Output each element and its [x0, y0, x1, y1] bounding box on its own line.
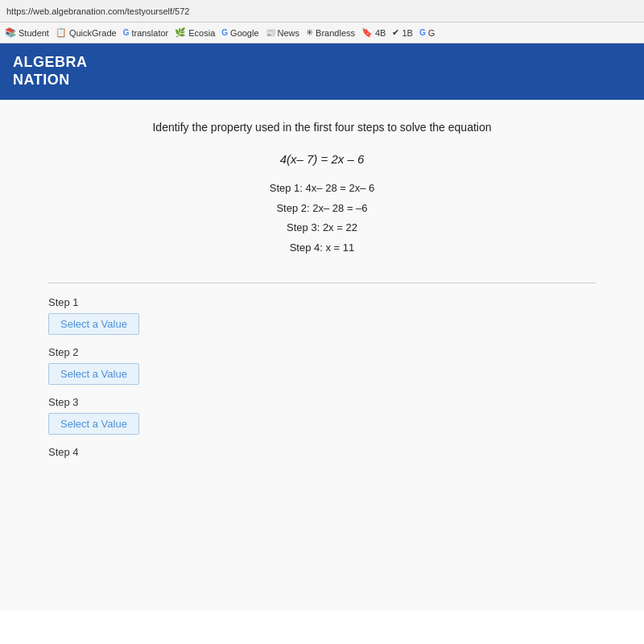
news-icon: 📰: [266, 28, 275, 37]
bookmark-news[interactable]: 📰 News: [266, 28, 300, 38]
steps-display: Step 1: 4x– 28 = 2x– 6 Step 2: 2x– 28 = …: [48, 179, 596, 258]
step-4-label: Step 4: [48, 446, 596, 458]
bookmark-translator[interactable]: G translator: [123, 28, 169, 38]
equation-display: 4(x– 7) = 2x – 6: [48, 152, 596, 166]
question-instruction: Identify the property used in the first …: [48, 119, 596, 136]
main-content: Identify the property used in the first …: [0, 100, 644, 610]
quickgrade-icon: 📋: [56, 27, 67, 38]
step-1-text: Step 1: 4x– 28 = 2x– 6: [48, 179, 596, 199]
bookmark-g[interactable]: G G: [419, 28, 435, 38]
bookmark-student[interactable]: 📚 Student: [5, 27, 49, 38]
step-2-select[interactable]: Select a Value: [48, 363, 139, 385]
step-3-select[interactable]: Select a Value: [48, 413, 139, 435]
brandless-icon: ✳: [306, 27, 313, 38]
algebra-nation-header: ALGEBRA NATION: [0, 43, 644, 100]
step-4-text: Step 4: x = 11: [48, 238, 596, 258]
answer-step-2: Step 2 Select a Value: [48, 346, 596, 385]
g-icon: G: [419, 28, 426, 37]
flag-icon: 🔖: [361, 27, 373, 38]
answer-step-1: Step 1 Select a Value: [48, 296, 596, 335]
bookmark-brandless[interactable]: ✳ Brandless: [306, 27, 355, 38]
step-2-text: Step 2: 2x– 28 = –6: [48, 199, 596, 219]
google-icon-translator: G: [123, 28, 130, 37]
bookmark-google[interactable]: G Google: [221, 28, 258, 38]
step-1-label: Step 1: [48, 296, 596, 308]
check-icon: ✔: [392, 27, 399, 38]
browser-frame: https://web.algebranation.com/testyourse…: [0, 0, 644, 644]
student-icon: 📚: [5, 27, 16, 38]
answer-step-4: Step 4: [48, 446, 596, 458]
page-content: ALGEBRA NATION Identify the property use…: [0, 43, 644, 644]
bookmark-ecosia[interactable]: 🌿 Ecosia: [175, 27, 215, 38]
step-3-text: Step 3: 2x = 22: [48, 218, 596, 238]
address-text: https://web.algebranation.com/testyourse…: [6, 6, 638, 16]
section-divider: [48, 283, 596, 283]
google-icon: G: [221, 28, 228, 37]
bookmarks-bar: 📚 Student 📋 QuickGrade G translator 🌿 Ec…: [0, 23, 644, 43]
address-bar: https://web.algebranation.com/testyourse…: [0, 0, 644, 23]
answer-step-3: Step 3 Select a Value: [48, 396, 596, 435]
algebra-nation-logo: ALGEBRA NATION: [13, 54, 88, 89]
bookmark-4b[interactable]: 🔖 4B: [361, 27, 386, 38]
step-3-label: Step 3: [48, 396, 596, 408]
bookmark-1b[interactable]: ✔ 1B: [392, 27, 412, 38]
step-2-label: Step 2: [48, 346, 596, 358]
ecosia-icon: 🌿: [175, 27, 186, 38]
bookmark-quickgrade[interactable]: 📋 QuickGrade: [56, 27, 117, 38]
step-1-select[interactable]: Select a Value: [48, 313, 139, 335]
